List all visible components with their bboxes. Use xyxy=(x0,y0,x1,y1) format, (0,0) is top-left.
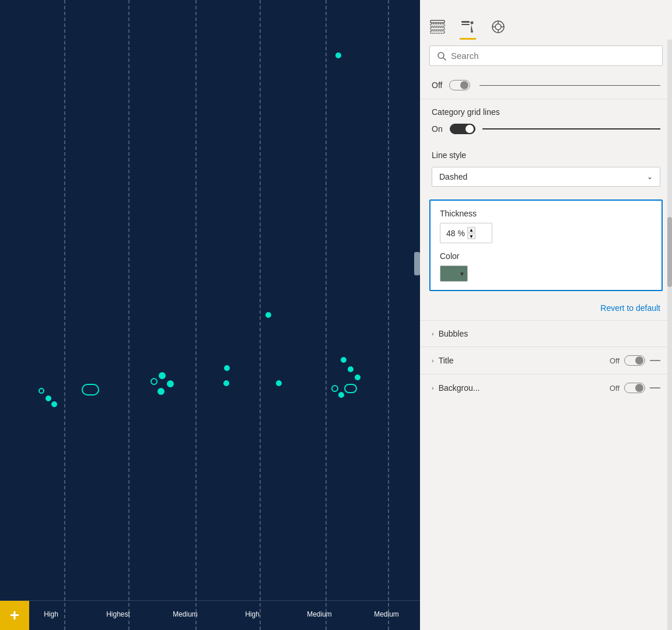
spinner-down[interactable]: ▼ xyxy=(467,233,475,239)
line-style-header: Line style xyxy=(420,142,672,163)
x-label: Medium xyxy=(152,610,219,618)
x-label: Highest xyxy=(85,610,152,618)
data-point xyxy=(335,52,341,58)
grid-line xyxy=(64,0,65,630)
svg-line-14 xyxy=(443,58,446,60)
search-icon xyxy=(437,51,446,61)
color-picker-row: ▼ xyxy=(440,265,652,282)
chart-area: m High Highest Medium High Medium Medium… xyxy=(0,0,420,630)
revert-row: Revert to default xyxy=(420,296,672,320)
on-toggle[interactable] xyxy=(450,124,475,134)
title-section[interactable]: › Title Off xyxy=(420,346,672,374)
revert-to-default-link[interactable]: Revert to default xyxy=(600,303,660,313)
data-point xyxy=(46,396,51,401)
thickness-label: Thickness xyxy=(440,209,652,218)
grid-line xyxy=(326,0,327,630)
data-point xyxy=(38,388,44,394)
x-axis-labels: m High Highest Medium High Medium Medium xyxy=(0,610,420,618)
thickness-input[interactable]: 48 % ▲ ▼ xyxy=(440,223,492,243)
data-point xyxy=(355,374,360,380)
right-panel: Off Category grid lines On Line style Da… xyxy=(420,0,672,630)
line-style-dropdown[interactable]: Dashed ⌄ xyxy=(432,167,660,187)
thickness-value: 48 xyxy=(446,229,456,238)
chevron-right-icon: › xyxy=(432,384,434,391)
thickness-input-row: 48 % ▲ ▼ xyxy=(440,223,652,243)
scrollbar-thumb[interactable] xyxy=(667,217,672,287)
resize-handle[interactable] xyxy=(414,252,420,275)
scrollbar-track[interactable] xyxy=(667,40,672,630)
data-point xyxy=(223,380,229,386)
svg-rect-2 xyxy=(430,27,444,30)
data-point xyxy=(224,365,230,371)
data-point xyxy=(51,401,57,407)
line-style-row: Dashed ⌄ xyxy=(420,163,672,195)
svg-rect-5 xyxy=(461,24,470,25)
x-label: Medium xyxy=(353,610,420,618)
title-left: › Title xyxy=(432,356,454,365)
grid-line xyxy=(388,0,389,630)
tab-analytics[interactable] xyxy=(490,19,506,40)
off-label: Off xyxy=(432,80,442,90)
svg-rect-3 xyxy=(430,31,444,33)
thickness-spinner[interactable]: ▲ ▼ xyxy=(467,227,475,239)
color-dropdown-arrow: ▼ xyxy=(459,271,465,277)
svg-rect-0 xyxy=(430,20,444,23)
fields-icon xyxy=(429,19,446,35)
background-label: Backgrou... xyxy=(439,383,480,393)
grid-line xyxy=(260,0,261,630)
data-point xyxy=(159,372,166,379)
bubbles-label: Bubbles xyxy=(439,329,468,338)
data-point xyxy=(276,380,282,386)
x-label: High xyxy=(219,610,286,618)
thickness-color-card: Thickness 48 % ▲ ▼ Color ▼ xyxy=(429,200,663,291)
data-point xyxy=(82,384,99,396)
svg-point-8 xyxy=(495,24,501,30)
tab-format[interactable] xyxy=(460,19,476,40)
title-off-label: Off xyxy=(610,356,620,365)
data-point xyxy=(265,312,271,318)
bubbles-section[interactable]: › Bubbles xyxy=(420,320,672,346)
chevron-right-icon: › xyxy=(432,357,434,364)
bubbles-left: › Bubbles xyxy=(432,329,468,338)
off-toggle-row: Off xyxy=(420,72,672,99)
background-toggle-group: Off xyxy=(610,383,660,393)
x-label: Medium xyxy=(286,610,353,618)
title-toggle[interactable] xyxy=(624,355,645,366)
color-label: Color xyxy=(440,251,652,261)
off-toggle[interactable] xyxy=(449,80,470,90)
data-point xyxy=(341,357,346,363)
toggle-thumb xyxy=(466,125,474,133)
toggle-line xyxy=(650,387,660,388)
tab-bar xyxy=(420,0,672,40)
data-point xyxy=(338,392,344,398)
add-button[interactable]: + xyxy=(0,601,29,630)
x-axis-line xyxy=(0,600,420,601)
title-label: Title xyxy=(439,356,454,365)
grid-lines xyxy=(0,0,420,630)
toggle-line xyxy=(650,360,660,361)
on-label: On xyxy=(432,124,443,134)
search-input[interactable] xyxy=(451,51,655,61)
background-section[interactable]: › Backgrou... Off xyxy=(420,374,672,401)
toggle-line xyxy=(480,85,660,86)
toggle-thumb xyxy=(635,356,643,365)
tab-fields[interactable] xyxy=(429,19,446,40)
spinner-up[interactable]: ▲ xyxy=(467,227,475,233)
chevron-down-icon: ⌄ xyxy=(647,173,653,181)
chevron-right-icon: › xyxy=(432,330,434,337)
toggle-line-on xyxy=(482,128,660,130)
color-swatch-box xyxy=(443,268,457,279)
format-icon xyxy=(460,19,476,35)
svg-rect-1 xyxy=(430,24,444,26)
search-wrapper xyxy=(420,40,672,72)
data-point xyxy=(167,380,174,387)
toggle-thumb xyxy=(460,81,468,89)
color-swatch[interactable]: ▼ xyxy=(440,265,468,282)
data-point xyxy=(150,378,158,385)
search-bar xyxy=(429,46,663,66)
panel-content: Off Category grid lines On Line style Da… xyxy=(420,72,672,630)
data-point xyxy=(331,385,338,392)
title-toggle-group: Off xyxy=(610,355,660,366)
background-toggle[interactable] xyxy=(624,383,645,393)
thickness-unit: % xyxy=(458,229,465,238)
